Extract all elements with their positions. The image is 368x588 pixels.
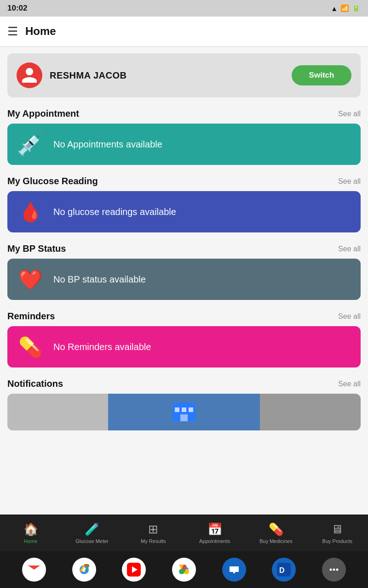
bottom-nav: 🏠 Home 🧪 Glucose Meter ⊞ My Results 📅 Ap…	[0, 514, 368, 551]
bp-empty-text: No BP status available	[53, 274, 361, 285]
nav-my-results[interactable]: ⊞ My Results	[135, 522, 172, 544]
reminders-section-header: Reminders See all	[7, 311, 361, 322]
notifications-title: Notifications	[7, 379, 63, 389]
messages-icon-svg	[227, 563, 241, 577]
notif-images	[7, 394, 361, 430]
appointment-card: 💉 No Appointments available	[7, 124, 361, 165]
reminders-icon: 💊	[18, 336, 42, 358]
signal-icon: 📶	[340, 4, 349, 12]
wifi-icon: ▲	[331, 5, 338, 12]
glucose-meter-nav-icon: 🧪	[85, 522, 99, 537]
glucose-icon-area: 🩸	[7, 191, 53, 232]
avatar	[17, 62, 42, 88]
appointment-empty-text: No Appointments available	[53, 139, 361, 150]
status-icons: ▲ 📶 🔋	[331, 4, 361, 12]
my-results-nav-icon: ⊞	[148, 522, 158, 537]
nav-appointments[interactable]: 📅 Appointments	[196, 522, 233, 544]
main-content: RESHMA JACOB Switch My Appointment See a…	[0, 46, 368, 475]
gmail-icon-svg	[27, 563, 41, 577]
glucose-card: 🩸 No glucose readings available	[7, 191, 361, 232]
notif-img-left	[7, 394, 108, 430]
glucose-meter-nav-label: Glucose Meter	[75, 538, 109, 544]
messages-app-icon[interactable]	[222, 558, 246, 582]
buy-medicines-nav-icon: 💊	[269, 522, 283, 537]
glucose-title: My Glucose Reading	[7, 176, 98, 187]
appointment-icon: 💉	[17, 131, 44, 157]
battery-icon: 🔋	[352, 4, 361, 12]
svg-rect-2	[182, 407, 186, 412]
appointment-icon-area: 💉	[7, 124, 53, 165]
glucose-section-header: My Glucose Reading See all	[7, 176, 361, 187]
notifications-see-all[interactable]: See all	[338, 380, 361, 388]
notifications-section: Notifications See all	[7, 379, 361, 430]
nav-buy-medicines[interactable]: 💊 Buy Medicines	[258, 522, 294, 544]
svg-text:D: D	[279, 566, 285, 574]
svg-rect-3	[189, 407, 193, 412]
gmail-app-icon[interactable]	[22, 558, 46, 582]
glucose-see-all[interactable]: See all	[338, 177, 361, 186]
buy-medicines-nav-label: Buy Medicines	[259, 538, 293, 544]
status-bar: 10:02 ▲ 📶 🔋	[0, 0, 368, 17]
bp-section-header: My BP Status See all	[7, 243, 361, 254]
notifications-preview	[7, 394, 361, 430]
appointment-section-header: My Appointment See all	[7, 108, 361, 119]
bp-icon-area: ❤️	[7, 259, 53, 300]
page-title: Home	[25, 25, 56, 38]
bp-card: ❤️ No BP status available	[7, 259, 361, 300]
home-nav-label: Home	[24, 538, 37, 544]
notif-img-right	[260, 394, 361, 430]
photos-app-icon[interactable]	[172, 558, 196, 582]
switch-button[interactable]: Switch	[292, 65, 351, 85]
profile-card: RESHMA JACOB Switch	[7, 53, 361, 97]
person-icon	[20, 66, 39, 85]
svg-point-17	[329, 569, 332, 571]
appointments-nav-label: Appointments	[199, 538, 230, 544]
nav-home[interactable]: 🏠 Home	[12, 522, 49, 544]
nav-buy-products[interactable]: 🖥 Buy Products	[319, 522, 356, 544]
status-time: 10:02	[7, 4, 27, 13]
more-apps-icon-svg	[327, 563, 341, 577]
svg-point-19	[336, 569, 338, 571]
appointment-see-all[interactable]: See all	[338, 110, 361, 118]
app-bar: ☰ Home	[0, 17, 368, 46]
reminders-empty-text: No Reminders available	[53, 342, 361, 352]
reminders-see-all[interactable]: See all	[338, 312, 361, 321]
notifications-section-header: Notifications See all	[7, 379, 361, 389]
svg-point-18	[333, 569, 335, 571]
bp-title: My BP Status	[7, 243, 66, 254]
home-nav-icon: 🏠	[23, 522, 38, 537]
dhani-icon-svg: D	[277, 563, 291, 577]
bp-see-all[interactable]: See all	[338, 245, 361, 253]
buy-products-nav-label: Buy Products	[322, 538, 352, 544]
photos-icon-svg	[177, 563, 191, 577]
svg-rect-1	[175, 407, 179, 412]
chrome-app-icon[interactable]	[72, 558, 96, 582]
svg-rect-4	[180, 414, 188, 421]
notif-img-center	[108, 394, 259, 430]
building-icon	[170, 398, 198, 426]
reminders-icon-area: 💊	[7, 326, 53, 368]
buy-products-nav-icon: 🖥	[331, 522, 343, 537]
youtube-app-icon[interactable]	[122, 558, 146, 582]
dhani-app-icon[interactable]: D	[272, 558, 296, 582]
bp-icon: ❤️	[18, 268, 42, 291]
appointments-nav-icon: 📅	[207, 522, 222, 537]
glucose-icon: 🩸	[18, 201, 42, 223]
youtube-icon-svg	[127, 563, 141, 577]
nav-glucose-meter[interactable]: 🧪 Glucose Meter	[74, 522, 110, 544]
profile-name: RESHMA JACOB	[50, 70, 284, 81]
appointment-title: My Appointment	[7, 108, 79, 119]
chrome-icon-svg	[77, 563, 91, 577]
android-bottom-bar: D	[0, 551, 368, 588]
glucose-empty-text: No glucose readings available	[53, 207, 361, 217]
more-apps-icon[interactable]	[322, 558, 346, 582]
reminders-card: 💊 No Reminders available	[7, 326, 361, 368]
menu-icon[interactable]: ☰	[7, 24, 18, 39]
reminders-title: Reminders	[7, 311, 55, 322]
my-results-nav-label: My Results	[141, 538, 166, 544]
